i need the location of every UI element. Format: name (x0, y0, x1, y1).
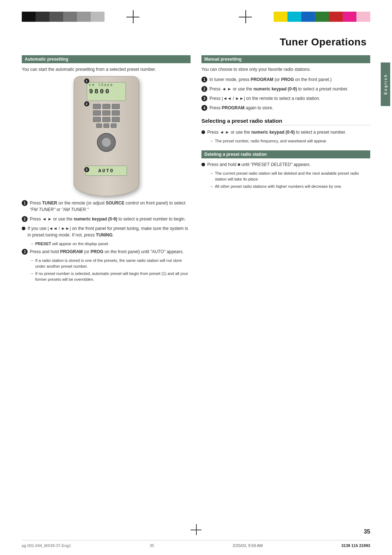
deleting-arrow-2: All other preset radio stations with hig… (209, 184, 370, 189)
badge-1: 1 (84, 78, 89, 84)
color-bar-red (329, 12, 343, 22)
color-bar-6 (91, 12, 105, 22)
btn-9 (112, 117, 120, 122)
bullet-1 (22, 227, 25, 230)
selecting-bullet-1-text: Press ◄ ► or use the numeric keypad (0-9… (207, 129, 346, 135)
auto-step-2-text: Press ◄ ► or use the numeric keypad (0-9… (30, 216, 185, 222)
auto-step-1-text: Press TUNER on the remote (or adjust SOU… (30, 200, 191, 213)
auto-arrow-2: If a radio station is stored in one of t… (30, 258, 191, 269)
remote-illustration-container: FM TŨNER 9800 1 2 (22, 76, 191, 196)
right-column: English Manual presetting You can choose… (201, 55, 370, 191)
btn-row-1 (84, 104, 128, 109)
deleting-arrow-1-text: The current preset radio station will be… (215, 171, 370, 182)
deleting-bullet-icon (201, 163, 205, 166)
manual-step-4: 4 Press PROGRAM again to store. (201, 105, 370, 111)
manual-step-2-text: Press ◄ ► or use the numeric keypad (0-9… (209, 86, 348, 92)
footer-right: 3139 115 21993 (341, 543, 370, 548)
color-bar-5 (77, 12, 91, 22)
footer-center: 35 (150, 543, 154, 548)
auto-preset-intro: You can start the automatic presetting f… (22, 66, 191, 73)
language-label: English (384, 74, 388, 94)
footer-left: pg 001-044_MX39-37-Eng1 (22, 543, 71, 548)
crosshair-left (126, 10, 139, 23)
footer-date: 2/25/03, 9:59 AM (233, 543, 263, 548)
remote-body: FM TŨNER 9800 1 2 (74, 76, 139, 196)
display-text-bottom: 9800 (89, 88, 123, 95)
auto-bullet-1-text: If you use |◄◄ / ►►| on the front panel … (28, 225, 191, 238)
right-color-bars (274, 12, 370, 22)
btn-4 (93, 110, 101, 116)
selecting-bullet-1: Press ◄ ► or use the numeric keypad (0-9… (201, 129, 370, 135)
remote-illustration: FM TŨNER 9800 1 2 (66, 76, 146, 196)
manual-step-3: 3 Press |◄◄ / ►►| on the remote to selec… (201, 95, 370, 102)
btn-5 (102, 110, 110, 116)
color-bar-pink (343, 12, 356, 22)
step-badge-1: 1 (22, 200, 28, 206)
selecting-header: Selecting a preset radio station (201, 118, 370, 125)
page-footer: pg 001-044_MX39-37-Eng1 35 2/25/03, 9:59… (22, 540, 370, 548)
btn-row-2 (84, 110, 128, 116)
color-bar-yellow (274, 12, 287, 22)
color-bar-ltpink (356, 12, 370, 22)
auto-arrow-2-text: If a radio station is stored in one of t… (35, 258, 191, 269)
deleting-header: Deleting a preset radio station (201, 150, 370, 158)
manual-badge-3: 3 (201, 96, 207, 101)
left-color-bars (22, 12, 105, 22)
btn-1 (93, 104, 101, 109)
deleting-arrow-1: The current preset radio station will be… (209, 171, 370, 182)
auto-arrow-3-text: If no preset number is selected, automat… (35, 271, 191, 282)
manual-step-1-text: In tuner mode, press PROGRAM (or PROG on… (209, 76, 332, 83)
color-bar-2 (36, 12, 49, 22)
color-bar-blue (301, 12, 315, 22)
color-bar-cyan (287, 12, 301, 22)
auto-preset-header: Automatic presetting (22, 55, 191, 63)
deleting-arrow-2-text: All other preset radio stations with hig… (215, 184, 342, 189)
manual-step-3-text: Press |◄◄ / ►►| on the remote to select … (209, 95, 320, 102)
badge-3: 3 (84, 167, 89, 172)
deleting-section: Deleting a preset radio station Press an… (201, 150, 370, 189)
auto-step-2: 2 Press ◄ ► or use the numeric keypad (0… (22, 216, 191, 222)
auto-label: AUTO (86, 166, 127, 176)
page-number: 35 (364, 528, 370, 535)
color-bar-green (315, 12, 329, 22)
deleting-bullet-1: Press and hold ■ until "PRESET DELETED" … (201, 161, 370, 168)
color-bar-4 (63, 12, 77, 22)
step-badge-2: 2 (22, 216, 28, 222)
manual-step-1: 1 In tuner mode, press PROGRAM (or PROG … (201, 76, 370, 83)
language-tab: English (381, 62, 390, 106)
selecting-arrow-1: The preset number, radio frequency, and … (209, 138, 370, 144)
manual-step-4-text: Press PROGRAM again to store. (209, 105, 273, 111)
auto-bullet-1: If you use |◄◄ / ►►| on the front panel … (22, 225, 191, 238)
auto-step-3: 3 Press and hold PROGRAM (or PROG on the… (22, 248, 191, 255)
color-bar-1 (22, 12, 36, 22)
manual-badge-2: 2 (201, 86, 207, 92)
btn-8 (102, 117, 110, 122)
btn-6 (112, 110, 120, 116)
deleting-bullet-1-text: Press and hold ■ until "PRESET DELETED" … (207, 161, 311, 168)
auto-arrow-1: PRESET will appear on the display panel. (30, 241, 191, 247)
color-bar-3 (49, 12, 63, 22)
selecting-bullet-icon (201, 130, 205, 134)
display-text-top: FM TŨNER (89, 84, 123, 87)
btn-7 (93, 117, 101, 122)
auto-arrow-3: If no preset number is selected, automat… (30, 271, 191, 282)
left-column: Automatic presetting You can start the a… (22, 55, 191, 284)
step-badge-3: 3 (22, 249, 28, 255)
manual-step-2: 2 Press ◄ ► or use the numeric keypad (0… (201, 86, 370, 92)
two-column-layout: Automatic presetting You can start the a… (22, 55, 370, 284)
auto-arrow-1-text: PRESET will appear on the display panel. (35, 241, 109, 247)
remote-display: FM TŨNER 9800 (87, 82, 126, 101)
auto-step-1: 1 Press TUNER on the remote (or adjust S… (22, 200, 191, 213)
selecting-section: Selecting a preset radio station Press ◄… (201, 118, 370, 144)
page-content: Tuner Operations Automatic presetting Yo… (22, 36, 370, 526)
top-color-bar (0, 10, 392, 23)
manual-preset-intro: You can choose to store only your favori… (201, 66, 370, 73)
manual-preset-header: Manual presetting (201, 55, 370, 63)
btn-row-3 (84, 117, 128, 122)
manual-badge-1: 1 (201, 77, 207, 82)
manual-badge-4: 4 (201, 105, 207, 111)
btn-3 (112, 104, 120, 109)
btn-2 (102, 104, 110, 109)
selecting-arrow-1-text: The preset number, radio frequency, and … (215, 138, 327, 144)
crosshair-bottom (191, 524, 201, 535)
